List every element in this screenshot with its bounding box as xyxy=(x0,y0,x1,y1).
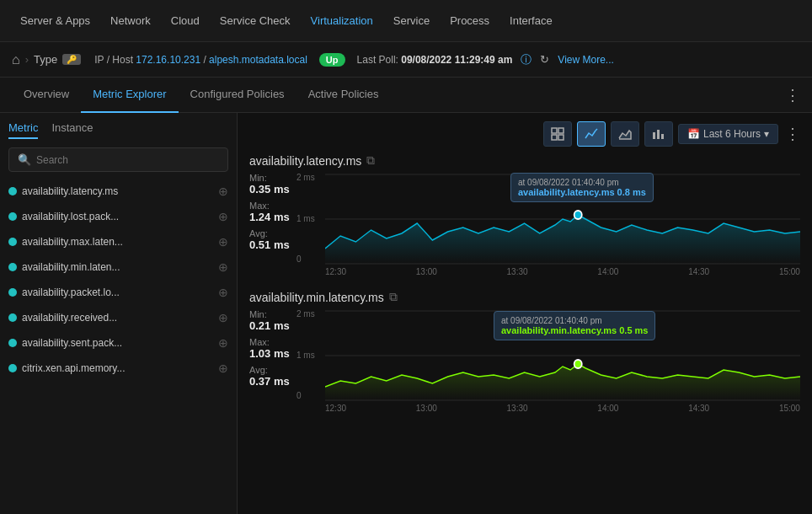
metric-dot xyxy=(8,339,17,347)
status-badge: Up xyxy=(319,53,345,67)
info-icon[interactable]: ⓘ xyxy=(521,52,532,67)
metric-dot xyxy=(8,238,17,246)
left-tab-instance[interactable]: Instance xyxy=(51,121,93,139)
ip-label: IP / Host xyxy=(94,54,133,66)
svg-rect-0 xyxy=(552,128,557,133)
x-label-2: 14:00 xyxy=(597,404,618,413)
chart-svg-latency xyxy=(325,173,800,265)
view-more-link[interactable]: View More... xyxy=(558,54,613,66)
nav-interface[interactable]: Interface xyxy=(499,0,563,42)
chart-title-2: availability.min.latency.ms xyxy=(249,291,384,304)
copy-icon[interactable]: ⧉ xyxy=(366,153,375,168)
grid-view-button[interactable] xyxy=(543,121,572,147)
chart-title-row: availability.latency.ms ⧉ xyxy=(249,153,800,168)
drag-handle[interactable]: ⊕ xyxy=(218,260,228,274)
tab-configured-policies[interactable]: Configured Policies xyxy=(179,78,296,113)
poll-label: Last Poll: xyxy=(357,54,398,66)
metric-name: citrix.xen.api.memory... xyxy=(22,362,213,374)
metric-dot xyxy=(8,364,17,372)
left-tabs: Metric Instance xyxy=(0,121,237,139)
drag-handle[interactable]: ⊕ xyxy=(218,210,228,223)
x-label-2: 13:00 xyxy=(416,404,437,413)
time-range-label: Last 6 Hours xyxy=(703,128,761,140)
drag-handle[interactable]: ⊕ xyxy=(218,286,228,299)
nav-cloud[interactable]: Cloud xyxy=(161,0,210,42)
poll-info: Last Poll: 09/08/2022 11:29:49 am xyxy=(357,54,513,66)
nav-service-check[interactable]: Service Check xyxy=(210,0,301,42)
drag-handle[interactable]: ⊕ xyxy=(218,336,228,350)
metric-name: availability.packet.lo... xyxy=(22,286,213,298)
home-icon[interactable]: ⌂ xyxy=(12,52,20,67)
list-item[interactable]: availability.latency.ms ⊕ xyxy=(0,179,237,204)
list-item[interactable]: availability.packet.lo... ⊕ xyxy=(0,280,237,305)
y-label-2ms-2: 2 ms xyxy=(296,309,315,319)
chart-latency-ms: availability.latency.ms ⧉ Min: 0.35 ms M… xyxy=(249,153,800,276)
copy-icon-2[interactable]: ⧉ xyxy=(389,290,398,304)
chart-svg-min-latency xyxy=(325,309,800,402)
svg-point-16 xyxy=(574,360,582,368)
y-label-1ms: 1 ms xyxy=(296,214,315,223)
metric-dot xyxy=(8,212,17,221)
x-label-2: 12:30 xyxy=(325,404,346,413)
breadcrumb-separator: › xyxy=(25,53,29,66)
drag-handle[interactable]: ⊕ xyxy=(218,311,228,324)
y-label-1ms-2: 1 ms xyxy=(296,351,315,360)
drag-handle[interactable]: ⊕ xyxy=(218,185,228,198)
x-axis: 12:30 13:00 13:30 14:00 14:30 15:00 xyxy=(325,265,800,276)
x-label: 13:00 xyxy=(416,267,437,276)
line-chart-button[interactable] xyxy=(577,121,606,147)
drag-handle[interactable]: ⊕ xyxy=(218,235,228,249)
list-item[interactable]: availability.sent.pack... ⊕ xyxy=(0,330,237,356)
list-item[interactable]: availability.min.laten... ⊕ xyxy=(0,254,237,280)
list-item[interactable]: availability.received... ⊕ xyxy=(0,305,237,330)
chart-canvas-container-2: 2 ms 1 ms 0 xyxy=(325,309,800,413)
svg-rect-2 xyxy=(552,135,557,140)
main-content: Metric Instance 🔍 availability.latency.m… xyxy=(0,113,812,514)
tab-overview[interactable]: Overview xyxy=(12,78,81,113)
metric-name: availability.latency.ms xyxy=(22,185,213,197)
metric-name: availability.min.laten... xyxy=(22,261,213,273)
time-range-selector[interactable]: 📅 Last 6 Hours ▾ xyxy=(678,124,778,144)
breadcrumb-type: Type xyxy=(34,53,57,66)
hostname[interactable]: alpesh.motadata.local xyxy=(209,54,307,66)
search-input[interactable] xyxy=(36,154,219,166)
nav-network[interactable]: Network xyxy=(100,0,161,42)
tab-metric-explorer[interactable]: Metric Explorer xyxy=(81,78,178,113)
search-box: 🔍 xyxy=(8,147,228,172)
chart-title: availability.latency.ms xyxy=(249,154,361,168)
metric-name: availability.lost.pack... xyxy=(22,211,213,222)
nav-service[interactable]: Service xyxy=(383,0,440,42)
metric-dot xyxy=(8,263,17,271)
poll-time: 09/08/2022 11:29:49 am xyxy=(401,54,512,66)
metric-dot xyxy=(8,288,17,297)
host-info: IP / Host 172.16.10.231 / alpesh.motadat… xyxy=(94,54,307,66)
chart-area: Min: 0.35 ms Max: 1.24 ms Avg: 0.51 ms 2… xyxy=(249,173,800,276)
key-icon: 🔑 xyxy=(62,54,81,65)
breadcrumb-bar: ⌂ › Type 🔑 IP / Host 172.16.10.231 / alp… xyxy=(0,42,812,78)
x-label: 12:30 xyxy=(325,267,346,276)
sub-nav-more[interactable]: ⋮ xyxy=(785,86,800,104)
refresh-icon[interactable]: ↻ xyxy=(540,53,549,66)
x-label: 13:30 xyxy=(507,267,528,276)
x-axis-2: 12:30 13:00 13:30 14:00 14:30 15:00 xyxy=(325,402,800,413)
ip-address[interactable]: 172.16.10.231 xyxy=(136,54,200,66)
nav-server-apps[interactable]: Server & Apps xyxy=(10,0,100,42)
x-label-2: 14:30 xyxy=(688,404,709,413)
area-chart-button[interactable] xyxy=(611,121,639,147)
right-panel: 📅 Last 6 Hours ▾ ⋮ availability.latency.… xyxy=(238,113,812,514)
svg-rect-6 xyxy=(661,134,664,139)
nav-virtualization[interactable]: Virtualization xyxy=(301,0,383,42)
chart-more-options[interactable]: ⋮ xyxy=(785,125,800,143)
list-item[interactable]: availability.lost.pack... ⊕ xyxy=(0,204,237,229)
metric-name: availability.max.laten... xyxy=(22,236,213,248)
list-item[interactable]: availability.max.laten... ⊕ xyxy=(0,229,237,254)
left-tab-metric[interactable]: Metric xyxy=(8,121,38,139)
drag-handle[interactable]: ⊕ xyxy=(218,361,228,375)
y-label-2ms: 2 ms xyxy=(296,173,315,182)
svg-rect-3 xyxy=(558,135,564,140)
list-item[interactable]: citrix.xen.api.memory... ⊕ xyxy=(0,356,237,381)
svg-rect-5 xyxy=(657,130,660,139)
nav-process[interactable]: Process xyxy=(440,0,499,42)
bar-chart-button[interactable] xyxy=(644,121,673,147)
tab-active-policies[interactable]: Active Policies xyxy=(296,78,391,113)
